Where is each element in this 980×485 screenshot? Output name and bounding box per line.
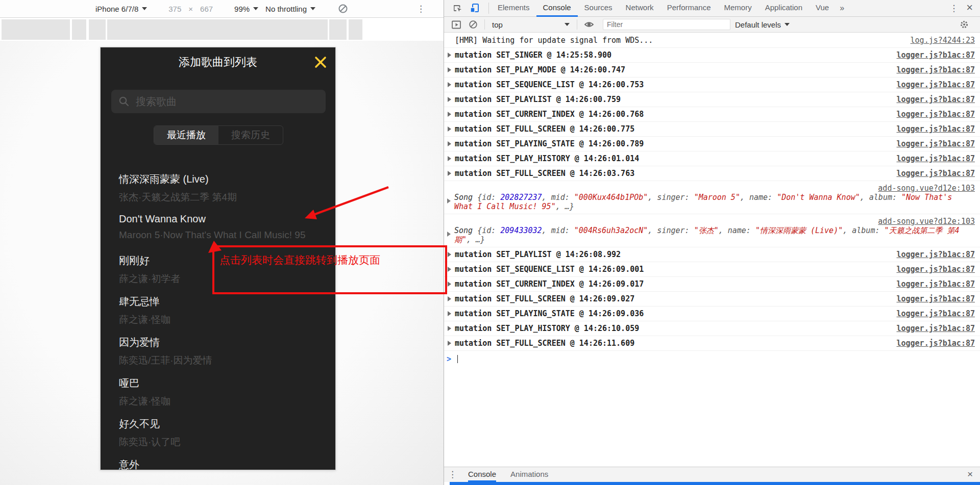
expand-triangle-icon[interactable] bbox=[448, 282, 451, 287]
source-link[interactable]: logger.js?b1ac:87 bbox=[888, 80, 975, 89]
console-object-row: add-song.vue?d12e:103Song {id: 202827237… bbox=[444, 181, 980, 214]
list-item[interactable]: 意外 bbox=[119, 458, 320, 470]
token-s: "张杰" bbox=[694, 226, 719, 235]
page-title: 添加歌曲到列表 bbox=[101, 47, 335, 77]
console-log-row: mutation SET_PLAYLIST @ 14:26:08.992logg… bbox=[444, 247, 980, 262]
tab-performance[interactable]: Performance bbox=[660, 0, 718, 17]
search-input[interactable]: 搜索歌曲 bbox=[111, 90, 326, 113]
source-link[interactable]: logger.js?b1ac:87 bbox=[888, 169, 975, 178]
console-log-row: mutation SET_PLAYLIST @ 14:26:00.759logg… bbox=[444, 92, 980, 107]
list-item[interactable]: Don't Wanna KnowMaroon 5·Now That's What… bbox=[119, 213, 320, 254]
drawer-menu-icon[interactable]: ⋮ bbox=[444, 469, 461, 480]
live-expression-eye-icon[interactable] bbox=[584, 20, 594, 29]
tab-network[interactable]: Network bbox=[619, 0, 660, 17]
tab-sources[interactable]: Sources bbox=[578, 0, 619, 17]
log-message: mutation SET_FULL_SCREEN @ 14:26:09.027 bbox=[455, 294, 634, 303]
viewport-height-value[interactable]: 667 bbox=[200, 5, 213, 13]
device-toolbar-menu-icon[interactable]: ⋮ bbox=[416, 0, 425, 18]
toolbar-separator bbox=[577, 19, 577, 30]
expand-triangle-icon[interactable] bbox=[448, 267, 451, 272]
expand-triangle-icon[interactable] bbox=[448, 171, 451, 176]
devtools-menu-icon[interactable]: ⋮ bbox=[944, 3, 963, 14]
execution-context-label: top bbox=[492, 20, 503, 29]
expand-triangle-icon[interactable] bbox=[448, 67, 451, 72]
source-link[interactable]: logger.js?b1ac:87 bbox=[888, 154, 975, 163]
clear-console-icon[interactable] bbox=[469, 20, 478, 29]
toolbar-separator bbox=[484, 19, 485, 30]
switch-tab-0[interactable]: 最近播放 bbox=[154, 126, 218, 144]
console-prompt[interactable]: > bbox=[444, 351, 980, 364]
zoom-select[interactable]: 99% bbox=[234, 5, 258, 13]
list-item[interactable]: 因为爱情陈奕迅/王菲·因为爱情 bbox=[119, 336, 320, 376]
expand-triangle-icon[interactable] bbox=[448, 341, 451, 346]
expand-triangle-icon[interactable] bbox=[447, 198, 451, 203]
execution-context-select[interactable]: top bbox=[488, 20, 574, 29]
rotate-viewport-icon[interactable] bbox=[338, 4, 348, 14]
drawer-close-icon[interactable]: × bbox=[964, 469, 980, 481]
source-link[interactable]: logger.js?b1ac:87 bbox=[888, 309, 975, 318]
throttling-select[interactable]: No throttling bbox=[265, 5, 315, 13]
close-icon[interactable] bbox=[314, 56, 327, 69]
expand-triangle-icon[interactable] bbox=[448, 326, 451, 331]
expand-triangle-icon[interactable] bbox=[448, 156, 451, 161]
source-link[interactable]: logger.js?b1ac:87 bbox=[888, 65, 975, 74]
viewport-width-value[interactable]: 375 bbox=[168, 5, 181, 13]
expand-triangle-icon[interactable] bbox=[447, 232, 451, 237]
source-link[interactable]: logger.js?b1ac:87 bbox=[888, 250, 975, 259]
expand-triangle-icon[interactable] bbox=[448, 296, 451, 301]
drawer-tabbar: ⋮ ConsoleAnimations × bbox=[444, 467, 980, 482]
more-tabs-button[interactable]: » bbox=[836, 4, 848, 13]
tab-memory[interactable]: Memory bbox=[718, 0, 758, 17]
source-link[interactable]: add-song.vue?d12e:103 bbox=[870, 184, 975, 193]
inspect-element-icon[interactable] bbox=[452, 3, 462, 13]
source-link[interactable]: logger.js?b1ac:87 bbox=[888, 95, 975, 104]
source-link[interactable]: logger.js?b1ac:87 bbox=[888, 339, 975, 348]
tab-application[interactable]: Application bbox=[758, 0, 809, 17]
expand-triangle-icon[interactable] bbox=[448, 82, 451, 87]
switch-tabs: 最近播放搜索历史 bbox=[154, 125, 283, 145]
list-item[interactable]: 好久不见陈奕迅·认了吧 bbox=[119, 417, 320, 458]
search-icon bbox=[118, 96, 130, 107]
expand-triangle-icon[interactable] bbox=[448, 53, 451, 58]
device-select[interactable]: iPhone 6/7/8 bbox=[95, 5, 147, 13]
switch-tab-1[interactable]: 搜索历史 bbox=[218, 126, 283, 144]
source-link[interactable]: logger.js?b1ac:87 bbox=[888, 50, 975, 60]
drawer-tab-console[interactable]: Console bbox=[468, 467, 496, 482]
token-p: , singer: bbox=[648, 193, 694, 202]
list-item[interactable]: 刚刚好薛之谦·初学者 bbox=[119, 254, 320, 295]
expand-triangle-icon[interactable] bbox=[448, 97, 451, 102]
list-item[interactable]: 情深深雨蒙蒙 (Live)张杰·天籁之战第二季 第4期 bbox=[119, 172, 320, 213]
expand-triangle-icon[interactable] bbox=[448, 311, 451, 316]
source-link[interactable]: log.js?4244:23 bbox=[902, 36, 975, 45]
placeholder-box bbox=[72, 19, 86, 40]
source-link[interactable]: logger.js?b1ac:87 bbox=[888, 294, 975, 303]
console-sidebar-toggle-icon[interactable] bbox=[452, 20, 461, 29]
expand-triangle-icon[interactable] bbox=[448, 112, 451, 117]
source-link[interactable]: add-song.vue?d12e:103 bbox=[870, 217, 975, 226]
source-link[interactable]: logger.js?b1ac:87 bbox=[888, 110, 975, 119]
tab-elements[interactable]: Elements bbox=[491, 0, 536, 17]
source-link[interactable]: logger.js?b1ac:87 bbox=[888, 265, 975, 274]
devtools-close-icon[interactable]: × bbox=[963, 1, 980, 15]
console-filter-input[interactable] bbox=[603, 19, 730, 30]
list-item[interactable]: 哑巴薛之谦·怪咖 bbox=[119, 376, 320, 417]
expand-triangle-icon[interactable] bbox=[448, 252, 451, 257]
source-link[interactable]: logger.js?b1ac:87 bbox=[888, 124, 975, 134]
console-settings-gear-icon[interactable] bbox=[960, 20, 969, 29]
token-p: , name: bbox=[740, 193, 777, 202]
toggle-device-toolbar-icon[interactable] bbox=[470, 3, 480, 13]
device-toolbar: iPhone 6/7/8 375 × 667 99% No throttling… bbox=[0, 0, 444, 18]
log-levels-select[interactable]: Default levels bbox=[735, 20, 790, 29]
expand-triangle-icon[interactable] bbox=[448, 141, 451, 146]
tab-vue[interactable]: Vue bbox=[809, 0, 836, 17]
source-link[interactable]: logger.js?b1ac:87 bbox=[888, 324, 975, 333]
log-message: mutation SET_PLAYING_STATE @ 14:26:09.03… bbox=[455, 309, 644, 318]
tab-console[interactable]: Console bbox=[536, 0, 578, 17]
token-p: , album: bbox=[843, 226, 884, 235]
source-link[interactable]: logger.js?b1ac:87 bbox=[888, 279, 975, 289]
expand-triangle-icon[interactable] bbox=[448, 126, 451, 132]
list-item[interactable]: 肆无忌惮薛之谦·怪咖 bbox=[119, 295, 320, 336]
drawer-tab-animations[interactable]: Animations bbox=[510, 467, 548, 482]
source-link[interactable]: logger.js?b1ac:87 bbox=[888, 139, 975, 148]
token-p: , …} bbox=[556, 202, 574, 211]
